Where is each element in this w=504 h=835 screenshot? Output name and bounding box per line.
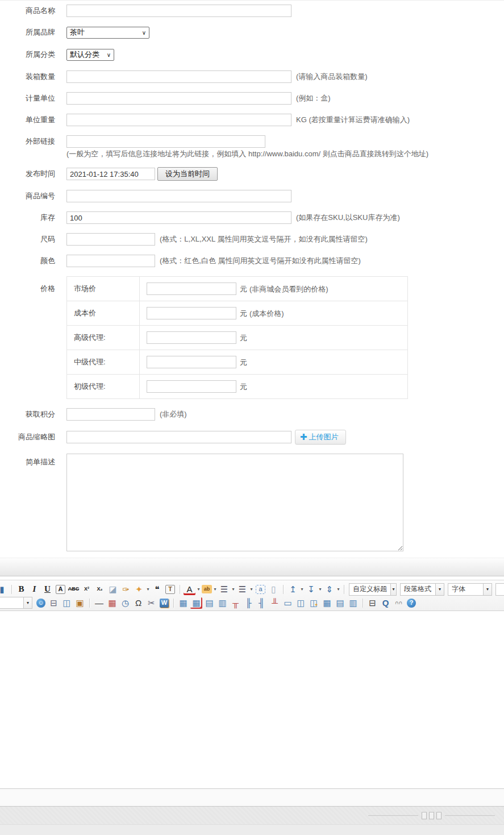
sku-input[interactable] (66, 190, 291, 202)
merge-down-icon[interactable]: ◫ (308, 597, 320, 609)
clipped-icon[interactable]: ▮ (0, 584, 8, 595)
font-size-select-clipped[interactable] (495, 583, 504, 596)
upload-image-button[interactable]: ✚ 上传图片 (295, 430, 346, 444)
form-row-points: 获取积分 (非必填) (0, 408, 504, 421)
merge-cells-icon[interactable]: ▦ (321, 597, 333, 609)
stock-input[interactable] (66, 211, 291, 224)
price-input[interactable] (147, 331, 236, 344)
autotypeset-icon[interactable]: ✦ (133, 584, 145, 595)
code-language-select[interactable]: 码语言 ▾ (0, 597, 32, 609)
help-icon[interactable]: ? (407, 599, 416, 608)
unordered-list-icon[interactable]: ☰ (236, 584, 248, 595)
link-input[interactable] (66, 135, 265, 148)
time-icon[interactable]: ◷ (119, 597, 131, 609)
price-input[interactable] (147, 356, 236, 368)
autotypeset-icon-dropdown-caret[interactable]: ▾ (145, 587, 151, 592)
ordered-list-icon[interactable]: ☰ (218, 584, 230, 595)
price-row: 市场价元(非商城会员看到的价格) (67, 277, 408, 301)
emotion-icon[interactable]: ☺ (36, 599, 45, 608)
form-row-price: 价格 市场价元(非商城会员看到的价格)成本价元(成本价格)高级代理:元中级代理:… (0, 276, 504, 399)
editor-resize-grip[interactable] (368, 812, 495, 819)
page-break-icon[interactable]: ⊟ (48, 597, 60, 609)
price-input[interactable] (147, 307, 236, 319)
table-title-icon[interactable]: ▤ (203, 597, 215, 609)
paragraph-spacing-top-icon-dropdown-caret[interactable]: ▾ (299, 587, 305, 592)
font-family-select[interactable]: 字体▾ (448, 583, 492, 596)
highlight-icon-dropdown-caret[interactable]: ▾ (213, 587, 218, 592)
strikethrough-icon[interactable]: ABC (68, 584, 80, 595)
distribute-rows-icon[interactable]: ▤ (334, 597, 346, 609)
eraser-icon[interactable]: ◪ (107, 584, 119, 595)
snapscreen-icon[interactable]: ▣ (74, 597, 86, 609)
paragraph-spacing-bottom-icon[interactable]: ↧ (305, 584, 317, 595)
unit-input[interactable] (66, 92, 291, 105)
insert-col-icon[interactable]: ╟ (243, 597, 255, 609)
weight-input[interactable] (66, 114, 291, 126)
search-replace-icon[interactable]: ∩∩ (393, 597, 405, 609)
delete-table-icon[interactable]: ▦ (190, 597, 202, 609)
paragraph-format-select[interactable]: 段落格式▾ (400, 583, 444, 596)
merge-right-icon[interactable]: ◫ (295, 597, 307, 609)
delete-row-icon[interactable]: ╨ (269, 597, 281, 609)
size-input[interactable] (66, 233, 155, 246)
box-qty-input[interactable] (66, 70, 291, 83)
ordered-list-icon-dropdown-caret[interactable]: ▾ (231, 587, 236, 592)
line-height-icon-dropdown-caret[interactable]: ▾ (336, 587, 341, 592)
color-input[interactable] (66, 255, 155, 267)
print-icon[interactable]: ⊟ (366, 597, 378, 609)
multi-column-icon[interactable]: ◫ (61, 597, 73, 609)
price-input[interactable] (147, 283, 236, 295)
price-row-label: 高级代理: (67, 326, 140, 350)
font-color-icon[interactable]: A (184, 584, 195, 595)
stock-hint: (如果存在SKU,以SKU库存为准) (296, 213, 400, 223)
price-input[interactable] (147, 380, 236, 393)
anchor-icon[interactable]: a (256, 585, 265, 594)
paragraph-spacing-top-icon[interactable]: ↥ (287, 584, 299, 595)
unit-hint: (例如：盒) (296, 93, 331, 103)
italic-icon[interactable]: I (28, 584, 40, 595)
distribute-cols-icon[interactable]: ▥ (347, 597, 359, 609)
paste-plain-icon[interactable]: T (165, 585, 175, 594)
line-height-icon[interactable]: ⇕ (323, 584, 335, 595)
brand-select[interactable]: 茶叶 ∨ (66, 27, 149, 39)
thumbnail-input[interactable] (66, 431, 291, 443)
category-label: 所属分类 (0, 48, 55, 61)
screen-capture-icon[interactable]: ✂ (145, 597, 157, 609)
set-current-time-button[interactable]: 设为当前时间 (157, 167, 218, 181)
price-hint: (非商城会员看到的价格) (249, 285, 328, 293)
delete-col-icon[interactable]: ╢ (256, 597, 268, 609)
form-row-sku: 商品编号 (0, 190, 504, 202)
blank-page-icon[interactable]: ▯ (268, 584, 280, 595)
price-unit: 元 (240, 309, 247, 318)
category-select[interactable]: 默认分类 ∨ (66, 49, 114, 61)
font-color-icon-dropdown-caret[interactable]: ▾ (196, 587, 201, 592)
unordered-list-icon-dropdown-caret[interactable]: ▾ (249, 587, 254, 592)
preview-icon[interactable]: Q (380, 597, 391, 609)
underline-icon[interactable]: U (41, 584, 53, 595)
points-input[interactable] (66, 408, 155, 421)
word-import-icon[interactable]: W (160, 599, 169, 608)
subscript-icon[interactable]: X₂ (94, 584, 106, 595)
box-qty-hint: (请输入商品装箱数量) (296, 72, 368, 82)
special-char-icon[interactable]: Ω (132, 597, 144, 609)
horizontal-rule-icon[interactable]: — (93, 597, 105, 609)
format-brush-icon[interactable]: ✑ (120, 584, 132, 595)
font-border-icon[interactable]: A (56, 585, 65, 594)
cell-border-icon[interactable]: ▭ (282, 597, 294, 609)
form-row-stock: 库存 (如果存在SKU,以SKU库存为准) (0, 211, 504, 224)
superscript-icon[interactable]: X² (81, 584, 93, 595)
bold-icon[interactable]: B (15, 584, 27, 595)
richtext-editor-content[interactable] (0, 611, 504, 788)
publish-time-input[interactable] (66, 168, 155, 180)
highlight-icon[interactable]: ab (202, 585, 212, 593)
insert-row-icon[interactable]: ╥ (230, 597, 241, 609)
paragraph-spacing-bottom-icon-dropdown-caret[interactable]: ▾ (318, 587, 323, 592)
date-icon[interactable]: ▦ (106, 597, 118, 609)
name-input[interactable] (66, 5, 291, 17)
blockquote-icon[interactable]: ❝ (151, 584, 163, 595)
insert-row-above-icon[interactable]: ▥ (216, 597, 228, 609)
grip-line (445, 815, 495, 816)
description-textarea[interactable] (66, 454, 403, 551)
insert-table-icon[interactable]: ▦ (177, 597, 189, 609)
custom-title-select[interactable]: 自定义标题▾ (349, 583, 397, 596)
